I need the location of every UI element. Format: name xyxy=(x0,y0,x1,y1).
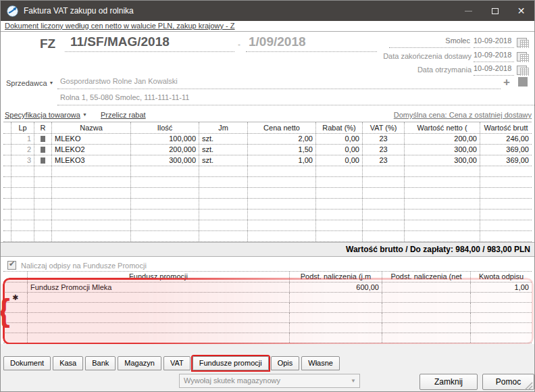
tab-kasa[interactable]: Kasa xyxy=(53,356,83,370)
seller-address-field[interactable]: Rolna 1, 55-080 Smolec, 111-111-11-11 xyxy=(57,93,534,105)
grid-links-row: Specyfikacja towarowa ▼ Przelicz rabat D… xyxy=(1,109,534,121)
default-price-link[interactable]: Domyślna cena: Cena z ostatniej dostawy xyxy=(394,111,532,119)
funds-checkbox-label: Naliczaj odpisy na Fundusze Promocji xyxy=(21,262,147,270)
bottom-panel: DokumentKasaBankMagazynVATFundusze promo… xyxy=(1,344,534,392)
table-row-empty[interactable] xyxy=(3,210,532,220)
spec-towarowa-link[interactable]: Specyfikacja towarowa ▼ xyxy=(5,111,87,119)
row-state-icon xyxy=(41,136,45,142)
col-fundusz: Fundusz promocji xyxy=(28,272,290,282)
place-field[interactable]: Smolec xyxy=(389,36,470,48)
chevron-down-icon: ▼ xyxy=(351,374,356,387)
table-row-empty[interactable] xyxy=(3,323,532,333)
maximize-button[interactable] xyxy=(482,1,508,21)
new-row-marker[interactable]: ✱ xyxy=(3,293,28,302)
place-date-field[interactable]: 10-09-2018 xyxy=(474,36,514,48)
row-state-icon xyxy=(41,157,45,164)
footer-controls: Wywołaj skutek magazynowy ▼ Zamknij Pomo… xyxy=(1,372,534,392)
table-row[interactable]: 2MLEKO2200,000szt.1,500,0023300,00369,00 xyxy=(3,145,532,155)
totals-bar: Wartość brutto / Do zapłaty: 984,00 / 98… xyxy=(1,242,534,257)
zamknij-button[interactable]: Zamknij xyxy=(419,374,478,390)
col-jm: Jm xyxy=(199,122,248,133)
document-type-link[interactable]: Dokument liczony według cen netto w walu… xyxy=(5,22,235,30)
table-row-empty[interactable] xyxy=(3,177,532,188)
col-cena-netto: Cena netto xyxy=(248,122,316,133)
przelicz-rabat-link[interactable]: Przelicz rabat xyxy=(101,111,146,119)
funds-checkbox-row: ✔ Naliczaj odpisy na Fundusze Promocji xyxy=(7,260,147,270)
seller-name-field[interactable]: Gospordarstwo Rolne Jan Kowalski xyxy=(57,77,501,89)
doc-date-field[interactable]: 1/09/2018 xyxy=(246,34,377,52)
table-row-empty[interactable] xyxy=(3,313,532,323)
table-row-empty[interactable] xyxy=(3,333,532,343)
table-row[interactable]: 3MLEKO3300,000szt.1,000,0023300,00369,00 xyxy=(3,155,532,166)
received-label: Data otrzymania xyxy=(338,66,472,74)
resize-grip[interactable] xyxy=(524,382,533,391)
add-contractor-icon[interactable]: + xyxy=(503,76,510,88)
items-grid-header: Lp R Nazwa Ilość Jm Cena netto Rabat (%)… xyxy=(3,122,532,134)
delivery-end-date-field[interactable]: 10-09-2018 xyxy=(474,51,514,62)
tab-opis[interactable]: Opis xyxy=(271,356,300,370)
chevron-down-icon: ▼ xyxy=(49,80,54,85)
funds-grid: Fundusz promocji Podst. naliczenia (j.m … xyxy=(3,271,532,343)
col-nazwa: Nazwa xyxy=(52,122,131,133)
tab-magazyn[interactable]: Magazyn xyxy=(118,356,161,370)
row-number[interactable]: 1 xyxy=(11,134,34,144)
items-grid: Lp R Nazwa Ilość Jm Cena netto Rabat (%)… xyxy=(3,122,532,242)
app-icon xyxy=(7,5,18,17)
col-vat: VAT (%) xyxy=(363,122,405,133)
funds-checkbox[interactable]: ✔ xyxy=(7,261,16,270)
col-lp: Lp xyxy=(11,122,34,133)
window-title: Faktura VAT zakupu od rolnika xyxy=(24,6,134,16)
col-wartosc-brutto: Wartość brutt xyxy=(480,122,532,133)
col-podst-net: Podst. naliczenia (net xyxy=(382,272,471,282)
minimize-button[interactable] xyxy=(455,1,482,21)
col-kwota-odpisu: Kwota odpisu xyxy=(471,272,532,282)
table-row-empty[interactable] xyxy=(3,303,532,313)
tab-strip: DokumentKasaBankMagazynVATFundusze promo… xyxy=(3,356,342,370)
table-row-empty[interactable] xyxy=(3,220,532,231)
doc-type-label: FZ xyxy=(40,36,55,51)
col-ilosc: Ilość xyxy=(131,122,199,133)
close-icon[interactable]: ✕ xyxy=(508,1,534,21)
warehouse-effect-dropdown[interactable]: Wywołaj skutek magazynowy ▼ xyxy=(179,374,360,388)
tab-fundusze-promocji[interactable]: Fundusze promocji xyxy=(193,356,269,370)
titlebar: Faktura VAT zakupu od rolnika ✕ xyxy=(1,1,534,21)
row-number[interactable]: 2 xyxy=(11,145,34,155)
tab-vat[interactable]: VAT xyxy=(163,356,190,370)
funds-grid-header: Fundusz promocji Podst. naliczenia (j.m … xyxy=(3,272,532,283)
received-date-field[interactable]: 10-09-2018 xyxy=(474,64,514,76)
document-type-bar: Dokument liczony według cen netto w walu… xyxy=(1,21,534,32)
table-row-new[interactable]: ✱ xyxy=(3,293,532,303)
table-row-empty[interactable] xyxy=(3,188,532,199)
check-icon: ✔ xyxy=(9,260,15,268)
col-wartosc-netto: Wartość netto ( xyxy=(405,122,480,133)
tab-wlasne[interactable]: Własne xyxy=(301,356,340,370)
seller-label[interactable]: Sprzedawca ▼ xyxy=(6,79,54,87)
tab-dokument[interactable]: Dokument xyxy=(3,356,51,370)
table-row[interactable]: Fundusz Promocji Mleka600,001,00 xyxy=(3,283,532,293)
table-row-empty[interactable] xyxy=(3,199,532,210)
delivery-end-label: Data zakończenia dostawy xyxy=(338,52,472,60)
chevron-down-icon: ▼ xyxy=(82,112,87,117)
doc-date-separator: - xyxy=(238,40,240,49)
calendar-icon[interactable] xyxy=(517,38,527,47)
row-state-icon xyxy=(41,147,45,153)
table-row[interactable]: 1MLEKO100,000szt.2,000,0023200,00246,00 xyxy=(3,134,532,145)
col-rabat: Rabat (%) xyxy=(316,122,363,133)
contractor-picker-button[interactable] xyxy=(518,77,528,87)
col-podst-jm: Podst. naliczenia (j.m xyxy=(290,272,382,282)
row-number[interactable]: 3 xyxy=(11,155,34,166)
invoice-window: Faktura VAT zakupu od rolnika ✕ Dokument… xyxy=(0,0,535,392)
table-row-empty[interactable] xyxy=(3,231,532,242)
doc-number-field[interactable]: 11/SF/MAG/2018 xyxy=(65,34,234,52)
col-r: R xyxy=(34,122,52,133)
calendar-icon[interactable] xyxy=(517,66,527,75)
table-row-empty[interactable] xyxy=(3,166,532,177)
calendar-icon[interactable] xyxy=(517,52,527,62)
tab-bank[interactable]: Bank xyxy=(85,356,116,370)
